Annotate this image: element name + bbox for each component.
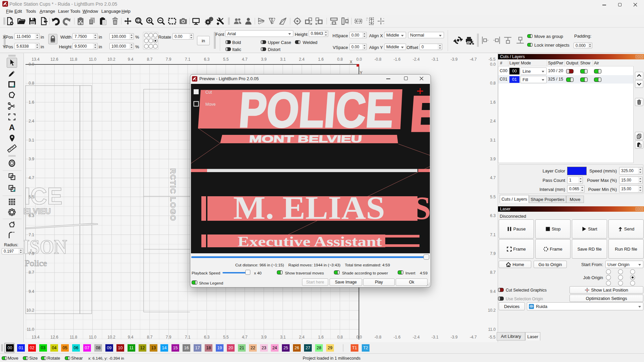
- svg-text:RCTIC LOGO: RCTIC LOGO: [169, 168, 177, 221]
- svg-text:6.3: 6.3: [490, 213, 496, 218]
- svg-text:4.7: 4.7: [242, 335, 248, 340]
- svg-text:8.7: 8.7: [490, 270, 496, 275]
- svg-text:3.9: 3.9: [29, 157, 34, 161]
- svg-text:-3.9: -3.9: [451, 335, 458, 340]
- svg-text:Move: Move: [205, 102, 216, 107]
- svg-text:5.5: 5.5: [490, 195, 496, 199]
- svg-text:3.1: 3.1: [280, 335, 286, 340]
- svg-text:RD: RD: [530, 305, 533, 307]
- svg-text:-2.4: -2.4: [413, 335, 420, 340]
- svg-text:1.6: 1.6: [318, 57, 324, 62]
- svg-text:11.8: 11.8: [70, 335, 78, 340]
- svg-text:10.2: 10.2: [27, 308, 35, 313]
- svg-text:0.8: 0.8: [337, 57, 343, 62]
- svg-text:12.6: 12.6: [50, 57, 58, 62]
- svg-text:2.4: 2.4: [490, 119, 496, 123]
- svg-text:Cut: Cut: [205, 90, 212, 95]
- svg-text:E: E: [408, 86, 430, 142]
- svg-text:0.8: 0.8: [490, 81, 496, 86]
- svg-text:-1.6: -1.6: [394, 335, 401, 340]
- svg-text:9.4: 9.4: [29, 289, 34, 294]
- svg-text:A: A: [9, 123, 15, 132]
- svg-text:3.1: 3.1: [490, 138, 496, 143]
- svg-text:2.4: 2.4: [299, 57, 305, 62]
- svg-text:-3.9: -3.9: [451, 57, 458, 62]
- svg-text:3.1: 3.1: [280, 57, 286, 62]
- svg-text:0.0: 0.0: [356, 57, 362, 62]
- svg-text:X: X: [350, 60, 352, 64]
- svg-text:13.4: 13.4: [32, 57, 40, 62]
- svg-text:7.9: 7.9: [29, 251, 34, 256]
- svg-text:0.0: 0.0: [356, 335, 362, 340]
- svg-text:0.0: 0.0: [29, 62, 34, 67]
- svg-text:7.1: 7.1: [185, 57, 191, 62]
- svg-text:-3.1: -3.1: [432, 57, 439, 62]
- svg-text:5.5: 5.5: [223, 57, 229, 62]
- svg-text:8.7: 8.7: [147, 57, 153, 62]
- svg-text:11.0: 11.0: [89, 57, 97, 62]
- svg-text:2.4: 2.4: [299, 335, 305, 340]
- svg-text:-5.5: -5.5: [489, 335, 496, 340]
- svg-text:10.2: 10.2: [107, 335, 115, 340]
- svg-text:4.7: 4.7: [29, 175, 34, 180]
- svg-text:7.9: 7.9: [166, 57, 171, 62]
- svg-text:11.8: 11.8: [70, 57, 78, 62]
- svg-text:Police: Police: [25, 259, 47, 268]
- svg-text:7.1: 7.1: [185, 335, 191, 340]
- svg-text:11.0: 11.0: [27, 327, 35, 332]
- svg-text:M. ELIAS: M. ELIAS: [233, 190, 385, 226]
- svg-text:3.9: 3.9: [490, 157, 496, 161]
- svg-text:0.8: 0.8: [337, 335, 343, 340]
- svg-text:4.7: 4.7: [242, 57, 248, 62]
- svg-text:2.4: 2.4: [29, 119, 34, 123]
- svg-text:Executive Assistant: Executive Assistant: [238, 234, 382, 249]
- svg-text:7.1: 7.1: [29, 232, 34, 237]
- svg-text:6.3: 6.3: [204, 335, 210, 340]
- svg-text:-4.7: -4.7: [470, 57, 477, 62]
- svg-text:1.6: 1.6: [490, 100, 496, 105]
- svg-text:8.7: 8.7: [29, 270, 34, 275]
- svg-text:7.9: 7.9: [166, 335, 171, 340]
- svg-text:3.9: 3.9: [261, 335, 267, 340]
- svg-text:-1.6: -1.6: [394, 57, 401, 62]
- svg-text:7.9: 7.9: [490, 251, 496, 256]
- svg-text:0.0: 0.0: [490, 62, 496, 67]
- svg-text:3.9: 3.9: [261, 57, 267, 62]
- svg-text:8.7: 8.7: [147, 335, 153, 340]
- svg-text:-2.4: -2.4: [413, 57, 420, 62]
- svg-text:10.2: 10.2: [107, 57, 115, 62]
- svg-text:9.4: 9.4: [128, 335, 134, 340]
- svg-text:10.2: 10.2: [488, 308, 496, 313]
- svg-text:4.7: 4.7: [490, 175, 496, 180]
- svg-text:6.3: 6.3: [29, 213, 34, 218]
- svg-text:11.0: 11.0: [488, 327, 496, 332]
- svg-text:9.4: 9.4: [490, 289, 496, 294]
- svg-text:1.6: 1.6: [318, 335, 324, 340]
- svg-text:12.6: 12.6: [50, 335, 58, 340]
- svg-text:-0.8: -0.8: [375, 335, 382, 340]
- svg-text:MONT BELVIEU: MONT BELVIEU: [249, 134, 362, 144]
- svg-text:ELVIEU: ELVIEU: [24, 207, 51, 216]
- svg-text:13.4: 13.4: [32, 335, 40, 340]
- svg-text:1.6: 1.6: [29, 100, 34, 105]
- svg-text:-3.1: -3.1: [432, 335, 439, 340]
- svg-text:6.3: 6.3: [204, 57, 210, 62]
- svg-text:11.0: 11.0: [89, 335, 97, 340]
- svg-text:POLICE: POLICE: [237, 84, 395, 137]
- svg-text:3.1: 3.1: [29, 138, 34, 143]
- svg-text:-5.5: -5.5: [489, 57, 496, 62]
- svg-text:-0.8: -0.8: [375, 57, 382, 62]
- svg-text:5.5: 5.5: [223, 335, 229, 340]
- svg-text:5.5: 5.5: [29, 195, 34, 199]
- svg-text:S: S: [413, 190, 430, 226]
- svg-text:9.4: 9.4: [128, 57, 134, 62]
- svg-text:-4.7: -4.7: [470, 335, 477, 340]
- svg-text:7.1: 7.1: [490, 232, 496, 237]
- svg-text:0.8: 0.8: [29, 81, 34, 86]
